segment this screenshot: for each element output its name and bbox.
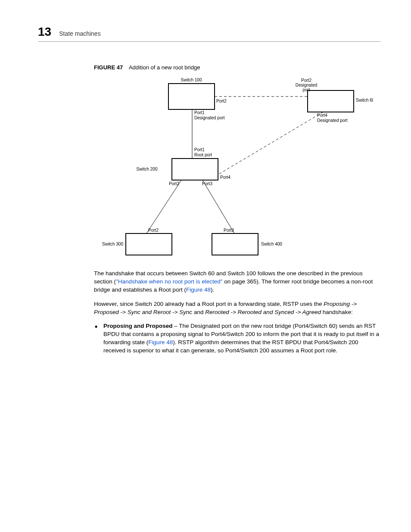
svg-line-4 [202,180,234,233]
section-title: State machines [59,30,101,37]
bullet-list: Proposing and Proposed – The Designated … [94,322,381,355]
switch-100-port2: Port2 [216,99,227,103]
link-figure-48-a[interactable]: Figure 48 [186,286,211,293]
chapter-number: 13 [38,25,51,39]
figure-label: FIGURE 47 [94,64,123,71]
switch-60-port4: Port4 [317,113,327,118]
link-handshake-section[interactable]: "Handshake when no root port is elected" [116,278,222,285]
p2-italic-2: Rerooted -> Rerooted and Synced -> Agree… [205,309,321,315]
switch-300-port2: Port2 [148,228,159,233]
p2-text-c: handshake: [321,309,353,315]
svg-rect-7 [172,159,218,180]
p2-text-a: However, since Switch 200 already had a … [94,301,324,307]
switch-300-label: Switch 300 [102,242,123,246]
svg-rect-6 [308,90,354,112]
switch-100-label: Switch 100 [181,78,202,82]
svg-rect-9 [212,233,258,255]
bullet-bold: Proposing and Proposed [103,323,173,329]
link-figure-48-b[interactable]: Figure 48 [148,339,173,345]
paragraph-2: However, since Switch 200 already had a … [94,300,381,317]
paragraph-1: The handshake that occurs between Switch… [94,270,381,294]
svg-line-3 [146,180,181,233]
switch-200-port1: Port1 [194,147,205,152]
switch-100-port1: Port1 [194,110,205,115]
switch-200-port1-role: Root port [194,152,212,157]
p1-text-c: ). [211,286,214,293]
figure-caption: FIGURE 47 Addition of a new root bridge [94,64,381,71]
switch-200-port2: Port2 [169,181,179,186]
switch-60-port2-role1: Designated [296,83,318,87]
figure-diagram: Switch 100 Port2 Port1 Designated port S… [102,77,373,262]
switch-200-port3: Port3 [202,181,212,186]
switch-60-port2: Port2 [301,78,311,83]
switch-400-label: Switch 400 [261,242,282,246]
switch-200-label: Switch 200 [137,167,158,171]
switch-60-port2-role2: port [302,87,310,92]
switch-60-port4-role: Designated port [317,118,348,123]
svg-rect-8 [126,233,172,255]
content-area: FIGURE 47 Addition of a new root bridge … [94,64,381,355]
switch-60-label: Switch 60 [356,98,373,103]
figure-title: Addition of a new root bridge [129,64,200,71]
page: 13 State machines FIGURE 47 Addition of … [0,0,411,355]
svg-line-2 [218,112,323,175]
switch-200-port4: Port4 [220,175,230,180]
bullet-proposing: Proposing and Proposed – The Designated … [94,322,381,355]
svg-rect-5 [168,84,215,109]
switch-100-port1-role: Designated port [194,115,225,120]
page-header: 13 State machines [38,25,381,42]
p2-text-b: and [192,309,205,315]
switch-400-port3: Port3 [224,228,234,233]
